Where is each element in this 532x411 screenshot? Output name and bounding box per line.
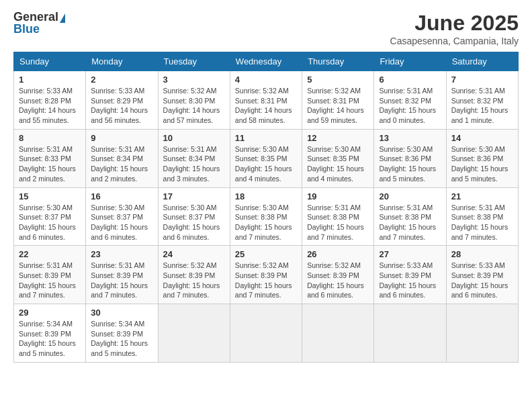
weekday-header-wednesday: Wednesday [230, 52, 302, 71]
day-number: 13 [379, 133, 441, 143]
page-header: General Blue June 2025 Casapesenna, Camp… [13, 11, 519, 46]
logo-blue-text: Blue [13, 22, 40, 36]
calendar-cell: 8Sunrise: 5:31 AMSunset: 8:33 PMDaylight… [14, 129, 86, 187]
day-number: 4 [235, 75, 297, 85]
day-number: 26 [307, 249, 369, 259]
day-number: 6 [379, 75, 441, 85]
month-title: June 2025 [390, 11, 519, 36]
calendar-cell: 30Sunrise: 5:34 AMSunset: 8:39 PMDayligh… [86, 304, 158, 363]
calendar-cell: 5Sunrise: 5:32 AMSunset: 8:31 PMDaylight… [302, 71, 374, 130]
day-info: Sunrise: 5:30 AMSunset: 8:38 PMDaylight:… [235, 203, 297, 242]
day-info: Sunrise: 5:33 AMSunset: 8:39 PMDaylight:… [379, 261, 441, 300]
day-number: 14 [451, 133, 513, 143]
day-number: 1 [19, 75, 81, 85]
calendar-cell: 19Sunrise: 5:31 AMSunset: 8:38 PMDayligh… [302, 187, 374, 246]
day-info: Sunrise: 5:32 AMSunset: 8:39 PMDaylight:… [307, 261, 369, 300]
day-number: 22 [19, 249, 81, 259]
day-info: Sunrise: 5:30 AMSunset: 8:36 PMDaylight:… [451, 144, 513, 184]
calendar-cell: 11Sunrise: 5:30 AMSunset: 8:35 PMDayligh… [230, 129, 302, 187]
day-number: 3 [163, 75, 225, 85]
calendar-cell: 1Sunrise: 5:33 AMSunset: 8:28 PMDaylight… [14, 71, 86, 130]
day-info: Sunrise: 5:32 AMSunset: 8:31 PMDaylight:… [235, 86, 297, 126]
day-number: 12 [307, 133, 369, 143]
calendar-cell: 10Sunrise: 5:31 AMSunset: 8:34 PMDayligh… [158, 129, 230, 187]
day-number: 28 [451, 249, 513, 259]
calendar-cell: 22Sunrise: 5:31 AMSunset: 8:39 PMDayligh… [14, 246, 86, 304]
calendar-cell: 14Sunrise: 5:30 AMSunset: 8:36 PMDayligh… [446, 129, 518, 187]
day-info: Sunrise: 5:31 AMSunset: 8:38 PMDaylight:… [451, 203, 513, 242]
day-info: Sunrise: 5:33 AMSunset: 8:28 PMDaylight:… [19, 86, 81, 126]
day-number: 27 [379, 249, 441, 259]
calendar-cell: 25Sunrise: 5:32 AMSunset: 8:39 PMDayligh… [230, 246, 302, 304]
calendar-cell: 16Sunrise: 5:30 AMSunset: 8:37 PMDayligh… [86, 187, 158, 246]
day-info: Sunrise: 5:31 AMSunset: 8:38 PMDaylight:… [379, 203, 441, 242]
day-info: Sunrise: 5:30 AMSunset: 8:35 PMDaylight:… [307, 144, 369, 184]
logo-icon [60, 13, 65, 23]
day-info: Sunrise: 5:32 AMSunset: 8:39 PMDaylight:… [235, 261, 297, 300]
calendar-cell [374, 304, 446, 363]
day-number: 25 [235, 249, 297, 259]
calendar-cell [302, 304, 374, 363]
day-info: Sunrise: 5:30 AMSunset: 8:35 PMDaylight:… [235, 144, 297, 184]
day-info: Sunrise: 5:30 AMSunset: 8:37 PMDaylight:… [19, 203, 81, 242]
calendar-table: SundayMondayTuesdayWednesdayThursdayFrid… [13, 52, 519, 363]
day-info: Sunrise: 5:31 AMSunset: 8:34 PMDaylight:… [163, 144, 225, 184]
day-number: 24 [163, 249, 225, 259]
calendar-cell: 2Sunrise: 5:33 AMSunset: 8:29 PMDaylight… [86, 71, 158, 130]
weekday-header-thursday: Thursday [302, 52, 374, 71]
calendar-cell: 17Sunrise: 5:30 AMSunset: 8:37 PMDayligh… [158, 187, 230, 246]
calendar-cell: 13Sunrise: 5:30 AMSunset: 8:36 PMDayligh… [374, 129, 446, 187]
day-number: 23 [91, 249, 152, 259]
day-info: Sunrise: 5:31 AMSunset: 8:32 PMDaylight:… [451, 86, 513, 126]
weekday-header-saturday: Saturday [446, 52, 518, 71]
calendar-cell: 7Sunrise: 5:31 AMSunset: 8:32 PMDaylight… [446, 71, 518, 130]
day-info: Sunrise: 5:31 AMSunset: 8:34 PMDaylight:… [91, 144, 152, 184]
calendar-week-2: 8Sunrise: 5:31 AMSunset: 8:33 PMDaylight… [14, 129, 519, 187]
calendar-cell: 6Sunrise: 5:31 AMSunset: 8:32 PMDaylight… [374, 71, 446, 130]
day-number: 15 [19, 191, 81, 201]
day-info: Sunrise: 5:30 AMSunset: 8:37 PMDaylight:… [163, 203, 225, 242]
calendar-cell: 3Sunrise: 5:32 AMSunset: 8:30 PMDaylight… [158, 71, 230, 130]
day-info: Sunrise: 5:33 AMSunset: 8:39 PMDaylight:… [451, 261, 513, 300]
calendar-cell: 18Sunrise: 5:30 AMSunset: 8:38 PMDayligh… [230, 187, 302, 246]
calendar-cell: 4Sunrise: 5:32 AMSunset: 8:31 PMDaylight… [230, 71, 302, 130]
calendar-cell [158, 304, 230, 363]
day-number: 10 [163, 133, 225, 143]
day-number: 30 [91, 308, 152, 318]
day-info: Sunrise: 5:33 AMSunset: 8:29 PMDaylight:… [91, 86, 152, 126]
day-info: Sunrise: 5:32 AMSunset: 8:31 PMDaylight:… [307, 86, 369, 126]
day-number: 2 [91, 75, 152, 85]
day-number: 18 [235, 191, 297, 201]
calendar-cell: 26Sunrise: 5:32 AMSunset: 8:39 PMDayligh… [302, 246, 374, 304]
day-number: 5 [307, 75, 369, 85]
day-info: Sunrise: 5:34 AMSunset: 8:39 PMDaylight:… [19, 319, 81, 359]
day-number: 19 [307, 191, 369, 201]
logo-general-text: General [13, 10, 58, 24]
day-info: Sunrise: 5:34 AMSunset: 8:39 PMDaylight:… [91, 319, 152, 359]
calendar-cell: 12Sunrise: 5:30 AMSunset: 8:35 PMDayligh… [302, 129, 374, 187]
calendar-week-1: 1Sunrise: 5:33 AMSunset: 8:28 PMDaylight… [14, 71, 519, 130]
day-number: 20 [379, 191, 441, 201]
calendar-cell: 15Sunrise: 5:30 AMSunset: 8:37 PMDayligh… [14, 187, 86, 246]
day-info: Sunrise: 5:32 AMSunset: 8:30 PMDaylight:… [163, 86, 225, 126]
calendar-cell [230, 304, 302, 363]
day-info: Sunrise: 5:31 AMSunset: 8:39 PMDaylight:… [19, 261, 81, 300]
logo: General Blue [13, 11, 65, 35]
location-text: Casapesenna, Campania, Italy [390, 36, 519, 46]
day-number: 16 [91, 191, 152, 201]
day-info: Sunrise: 5:31 AMSunset: 8:32 PMDaylight:… [379, 86, 441, 126]
weekday-header-tuesday: Tuesday [158, 52, 230, 71]
day-number: 17 [163, 191, 225, 201]
weekday-header-friday: Friday [374, 52, 446, 71]
day-info: Sunrise: 5:30 AMSunset: 8:36 PMDaylight:… [379, 144, 441, 184]
calendar-week-5: 29Sunrise: 5:34 AMSunset: 8:39 PMDayligh… [14, 304, 519, 363]
day-info: Sunrise: 5:32 AMSunset: 8:39 PMDaylight:… [163, 261, 225, 300]
calendar-cell: 20Sunrise: 5:31 AMSunset: 8:38 PMDayligh… [374, 187, 446, 246]
calendar-cell: 21Sunrise: 5:31 AMSunset: 8:38 PMDayligh… [446, 187, 518, 246]
day-number: 11 [235, 133, 297, 143]
calendar-cell [446, 304, 518, 363]
day-number: 7 [451, 75, 513, 85]
day-number: 29 [19, 308, 81, 318]
calendar-cell: 27Sunrise: 5:33 AMSunset: 8:39 PMDayligh… [374, 246, 446, 304]
day-info: Sunrise: 5:31 AMSunset: 8:39 PMDaylight:… [91, 261, 152, 300]
